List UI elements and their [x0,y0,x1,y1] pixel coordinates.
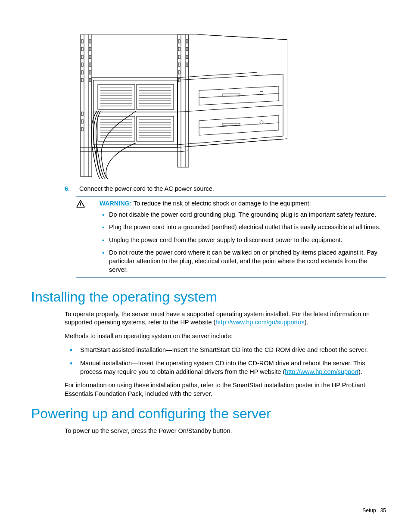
svg-rect-36 [98,116,135,141]
warning-icon [76,199,87,208]
heading-powering-up: Powering up and configuring the server [31,406,386,422]
svg-rect-12 [89,40,91,43]
page-footer: Setup 35 [362,507,386,514]
svg-rect-11 [81,128,83,131]
svg-rect-13 [89,47,91,51]
install-methods-list: SmartStart assisted installation—Insert … [65,346,386,376]
list-item: Manual installation—Insert the operating… [65,359,386,376]
svg-rect-37 [137,116,174,141]
svg-point-75 [260,121,263,124]
svg-rect-22 [178,47,180,51]
svg-line-31 [197,34,287,40]
svg-rect-35 [137,84,174,109]
svg-line-71 [199,93,279,98]
footer-page-number: 35 [380,507,386,513]
svg-rect-25 [178,71,180,74]
svg-rect-17 [89,78,91,82]
svg-rect-24 [178,63,180,66]
warning-bullet-list: Do not disable the power cord grounding … [100,211,386,274]
warning-bullet: Do not disable the power cord grounding … [100,211,386,219]
warning-bullet: Do not route the power cord where it can… [100,249,386,274]
step-6: 6. Connect the power cord to the AC powe… [65,185,386,193]
install-paragraph-1: To operate properly, the server must hav… [65,310,386,327]
warning-callout: WARNING: To reduce the risk of electric … [76,196,386,278]
warning-bullet: Unplug the power cord from the power sup… [100,236,386,245]
svg-rect-5 [81,55,83,59]
footer-section: Setup [362,507,376,513]
link-support[interactable]: http://www.hp.com/support [285,368,358,375]
step-number: 6. [65,185,79,193]
svg-rect-10 [81,120,83,123]
warning-intro-text: To reduce the risk of electric shock or … [132,200,311,207]
svg-rect-27 [186,40,188,43]
server-rack-illustration [76,34,386,181]
svg-rect-4 [81,47,83,51]
link-supportos[interactable]: http://www.hp.com/go/supportos [215,319,304,326]
heading-installing-os: Installing the operating system [31,289,386,305]
svg-rect-21 [178,40,180,43]
install-paragraph-2: Methods to install an operating system o… [65,332,386,341]
svg-rect-34 [98,84,135,109]
svg-rect-0 [81,34,92,177]
warning-label: WARNING: [100,200,132,207]
svg-rect-6 [81,63,83,66]
svg-rect-23 [178,55,180,59]
svg-rect-32 [93,80,177,145]
svg-line-70 [177,105,283,112]
warning-intro: WARNING: To reduce the risk of electric … [100,199,386,208]
install-paragraph-3: For information on using these installat… [65,381,386,398]
svg-rect-28 [186,47,188,51]
list-item: SmartStart assisted installation—Insert … [65,346,386,355]
svg-point-78 [80,205,81,206]
svg-rect-76 [223,123,240,125]
power-paragraph-1: To power up the server, press the Power … [65,427,386,436]
svg-rect-14 [89,55,91,59]
svg-rect-15 [89,63,91,66]
svg-rect-16 [89,71,91,74]
warning-bullet: Plug the power cord into a grounded (ear… [100,223,386,232]
svg-rect-30 [186,63,188,66]
svg-rect-3 [81,40,83,43]
svg-rect-8 [81,78,83,82]
svg-rect-29 [186,55,188,59]
step-text: Connect the power cord to the AC power s… [79,185,386,193]
svg-rect-7 [81,71,83,74]
svg-rect-9 [81,112,83,115]
